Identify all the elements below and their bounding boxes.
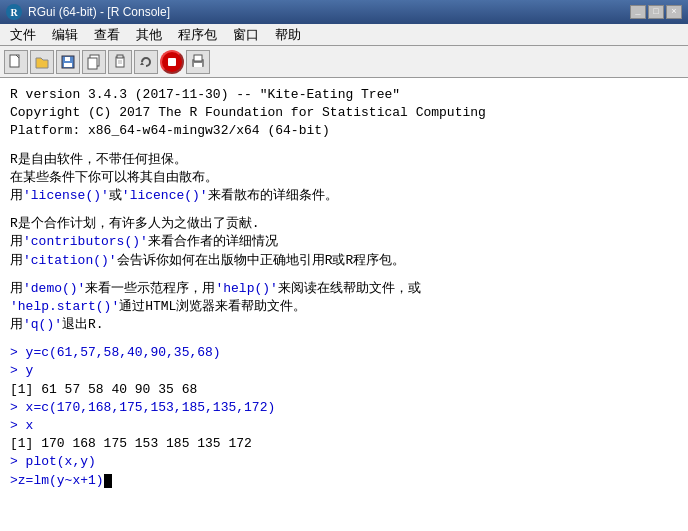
collab-line-3: 用'citation()'会告诉你如何在出版物中正确地引用R或R程序包。 [10,252,678,270]
svg-rect-2 [64,63,72,67]
collab-line-1: R是个合作计划，有许多人为之做出了贡献. [10,215,678,233]
startup-line-1: R version 3.4.3 (2017-11-30) -- "Kite-Ea… [10,86,678,104]
command-line-5: > plot(x,y) [10,453,678,471]
output-line-1: [1] 61 57 58 40 90 35 68 [10,381,678,399]
collab-line-2: 用'contributors()'来看合作者的详细情况 [10,233,678,251]
refresh-button[interactable] [134,50,158,74]
toolbar [0,46,688,78]
demo-line-3: 用'q()'退出R. [10,316,678,334]
svg-rect-13 [194,55,202,61]
menu-file[interactable]: 文件 [2,24,44,46]
svg-rect-11 [168,58,176,66]
freedom-line-3: 用'license()'或'licence()'来看散布的详细条件。 [10,187,678,205]
close-button[interactable]: × [666,5,682,19]
demo-line-2: 'help.start()'通过HTML浏览器来看帮助文件。 [10,298,678,316]
print-button[interactable] [186,50,210,74]
copy-button[interactable] [82,50,106,74]
svg-rect-5 [88,58,97,69]
menu-packages[interactable]: 程序包 [170,24,225,46]
new-file-button[interactable] [4,50,28,74]
menu-window[interactable]: 窗口 [225,24,267,46]
startup-line-2: Copyright (C) 2017 The R Foundation for … [10,104,678,122]
startup-line-3: Platform: x86_64-w64-mingw32/x64 (64-bit… [10,122,678,140]
command-line-2: > y [10,362,678,380]
freedom-info: R是自由软件，不带任何担保。 在某些条件下你可以将其自由散布。 用'licens… [10,151,678,206]
svg-rect-3 [65,57,70,61]
output-line-2: [1] 170 168 175 153 185 135 172 [10,435,678,453]
menu-help[interactable]: 帮助 [267,24,309,46]
command-line-3: > x=c(170,168,175,153,185,135,172) [10,399,678,417]
stop-button[interactable] [160,50,184,74]
active-command-line[interactable]: > z=lm(y~x+1) [10,472,678,490]
freedom-line-2: 在某些条件下你可以将其自由散布。 [10,169,678,187]
text-cursor [104,474,112,488]
menu-view[interactable]: 查看 [86,24,128,46]
demo-line-1: 用'demo()'来看一些示范程序，用'help()'来阅读在线帮助文件，或 [10,280,678,298]
save-button[interactable] [56,50,80,74]
title-bar: R RGui (64-bit) - [R Console] _ □ × [0,0,688,24]
minimize-button[interactable]: _ [630,5,646,19]
menu-edit[interactable]: 编辑 [44,24,86,46]
svg-rect-14 [194,63,202,67]
paste-button[interactable] [108,50,132,74]
menu-bar: 文件 编辑 查看 其他 程序包 窗口 帮助 [0,24,688,46]
maximize-button[interactable]: □ [648,5,664,19]
svg-marker-10 [140,62,144,65]
command-line-4: > x [10,417,678,435]
window-controls: _ □ × [630,5,682,19]
window-title: RGui (64-bit) - [R Console] [28,5,170,19]
open-file-button[interactable] [30,50,54,74]
startup-info: R version 3.4.3 (2017-11-30) -- "Kite-Ea… [10,86,678,141]
collab-info: R是个合作计划，有许多人为之做出了贡献. 用'contributors()'来看… [10,215,678,270]
menu-misc[interactable]: 其他 [128,24,170,46]
command-line-1: > y=c(61,57,58,40,90,35,68) [10,344,678,362]
r-console[interactable]: R version 3.4.3 (2017-11-30) -- "Kite-Ea… [0,78,688,531]
svg-rect-7 [117,55,123,58]
freedom-line-1: R是自由软件，不带任何担保。 [10,151,678,169]
r-logo-icon: R [6,4,22,20]
demo-info: 用'demo()'来看一些示范程序，用'help()'来阅读在线帮助文件，或 '… [10,280,678,335]
